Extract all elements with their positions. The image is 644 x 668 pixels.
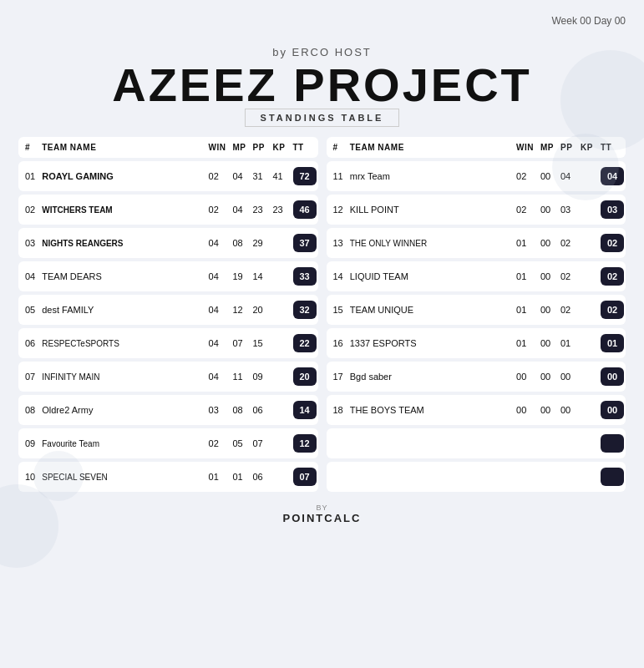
left-header-hash: # [18,137,38,158]
row-num: 12 [327,195,347,225]
row-team-name: TEAM UNIQUE [347,295,513,325]
row-pp: 06 [250,462,270,492]
table-row: 06 RESPECTeSPORTS 04 07 15 22 [18,328,318,358]
left-header-win: WIN [205,137,230,158]
row-num: 14 [327,261,347,291]
table-row: 14 LIQUID TEAM 01 00 02 02 [327,261,626,291]
row-win: 01 [513,228,537,258]
row-win: 01 [513,261,537,291]
row-mp: 04 [230,195,250,225]
row-tt: 46 [290,195,318,225]
left-header-kp: KP [270,137,290,158]
row-mp: 00 [537,362,557,392]
week-label: Week 00 Day 00 [552,15,626,27]
row-team-name: Oldre2 Army [38,395,205,425]
row-pp: 06 [250,395,270,425]
right-table-body: 11 mrx Team 02 00 04 04 12 KILL POINT 02… [327,161,626,492]
row-tt: 02 [597,295,626,325]
row-tt: 03 [597,195,626,225]
standings-wrapper: STANDINGS TABLE [0,109,644,127]
row-tt: 01 [597,328,626,358]
row-team-name: THE ONLY WINNER [347,228,513,258]
row-tt: 00 [597,395,626,425]
row-num: 17 [327,362,347,392]
row-tt: 12 [290,428,318,458]
row-kp [577,328,597,358]
by-label: by ERCO HOST [0,46,644,58]
table-row: 15 TEAM UNIQUE 01 00 02 02 [327,295,626,325]
table-row: 17 Bgd saber 00 00 00 00 [327,362,626,392]
row-num: 03 [18,228,38,258]
row-pp: 23 [250,195,270,225]
left-header-team-name: TEAM NAME [38,137,205,158]
right-header-hash: # [327,137,347,158]
row-team-name: INFINITY MAIN [38,362,205,392]
main-title: AZEEZ PROJECT [0,62,644,109]
row-team-name: LIQUID TEAM [347,261,513,291]
row-pp: 09 [250,362,270,392]
left-table: # TEAM NAME WIN MP PP KP TT 01 ROAYL GAM… [18,134,318,495]
row-tt: 32 [290,295,318,325]
row-kp [270,261,290,291]
row-pp: 15 [250,328,270,358]
row-win: 04 [205,228,230,258]
bg-decoration-4 [33,451,84,501]
left-header-mp: MP [230,137,250,158]
row-tt: 14 [290,395,318,425]
row-win: 02 [205,161,230,191]
row-pp: 20 [250,295,270,325]
row-tt: 33 [290,261,318,291]
row-team-name: mrx Team [347,161,513,191]
table-row: 08 Oldre2 Army 03 08 06 14 [18,395,318,425]
row-win: 02 [513,161,537,191]
row-pp: 00 [557,362,577,392]
row-mp: 08 [230,395,250,425]
row-team-name: dest FAMILY [38,295,205,325]
table-row: 07 INFINITY MAIN 04 11 09 20 [18,362,318,392]
table-row [327,462,626,492]
row-pp: 07 [250,428,270,458]
tables-container: # TEAM NAME WIN MP PP KP TT 01 ROAYL GAM… [0,134,644,495]
row-num: 08 [18,395,38,425]
row-mp: 00 [537,295,557,325]
row-win: 00 [513,395,537,425]
table-row: 16 1337 ESPORTS 01 00 01 01 [327,328,626,358]
row-team-name: KILL POINT [347,195,513,225]
row-kp [577,362,597,392]
row-mp: 12 [230,295,250,325]
table-row: 01 ROAYL GAMING 02 04 31 41 72 [18,161,318,191]
row-pp: 01 [557,328,577,358]
row-kp [577,261,597,291]
row-team-name: 1337 ESPORTS [347,328,513,358]
row-num: 05 [18,295,38,325]
row-pp: 14 [250,261,270,291]
row-num: 16 [327,328,347,358]
row-num: 09 [18,428,38,458]
row-mp: 00 [537,328,557,358]
row-team-name: NIGHTS REANGERS [38,228,205,258]
row-mp: 00 [537,261,557,291]
standings-label: STANDINGS TABLE [245,109,400,127]
row-num: 11 [327,161,347,191]
row-win: 00 [513,362,537,392]
row-tt: 02 [597,261,626,291]
row-mp: 00 [537,228,557,258]
row-win: 03 [205,395,230,425]
row-num: 01 [18,161,38,191]
row-kp [270,328,290,358]
right-header-win: WIN [513,137,537,158]
row-num: 18 [327,395,347,425]
row-kp [577,228,597,258]
row-win: 01 [513,295,537,325]
row-tt: 02 [597,228,626,258]
table-row: 02 WITCHERS TEAM 02 04 23 23 46 [18,195,318,225]
row-kp [577,295,597,325]
row-num: 02 [18,195,38,225]
bg-decoration-2 [552,134,619,200]
table-row [327,428,626,458]
row-kp [270,295,290,325]
row-mp: 00 [537,395,557,425]
row-team-name: TEAM DEARS [38,261,205,291]
row-team-name: RESPECTeSPORTS [38,328,205,358]
row-win: 02 [205,195,230,225]
